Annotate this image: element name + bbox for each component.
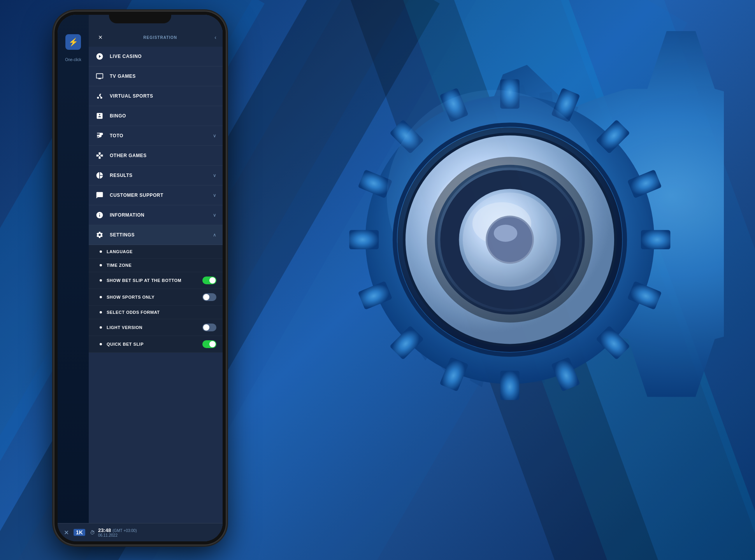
show-bet-slip-label: SHOW BET SLIP AT THE BOTTOM bbox=[107, 278, 198, 283]
tv-games-icon bbox=[95, 72, 104, 81]
results-label: RESULTS bbox=[110, 173, 207, 178]
live-casino-label: LIVE CASINO bbox=[110, 54, 216, 59]
show-bet-slip-toggle[interactable] bbox=[202, 276, 216, 284]
menu-item-settings[interactable]: SETTINGS ∧ bbox=[89, 225, 223, 245]
light-version-label: LIGHT VERSION bbox=[107, 325, 198, 330]
sub-dot-light bbox=[100, 326, 102, 329]
sub-dot-bet-slip bbox=[100, 279, 102, 282]
bottom-logo: 1K bbox=[74, 529, 85, 536]
light-version-toggle[interactable] bbox=[202, 324, 216, 331]
other-games-label: OTHER GAMES bbox=[110, 153, 216, 158]
one-click-label: One-click bbox=[65, 58, 81, 62]
settings-icon bbox=[95, 230, 104, 240]
odds-format-label: SELECT ODDS FORMAT bbox=[107, 310, 216, 315]
customer-support-label: CUSTOMER SUPPORT bbox=[110, 192, 207, 198]
bottom-date: 06.11.2022 bbox=[98, 533, 137, 537]
gear-graphic bbox=[296, 31, 724, 459]
sub-item-quick-bet-slip[interactable]: QUICK BET SLIP bbox=[89, 336, 223, 353]
settings-label: SETTINGS bbox=[110, 232, 207, 238]
show-sports-only-toggle[interactable] bbox=[202, 293, 216, 301]
menu-item-other-games[interactable]: OTHER GAMES bbox=[89, 146, 223, 166]
information-chevron-icon: ∨ bbox=[213, 212, 216, 218]
menu-item-results[interactable]: RESULTS ∨ bbox=[89, 166, 223, 186]
bingo-icon bbox=[95, 111, 104, 121]
virtual-sports-icon bbox=[95, 91, 104, 101]
bottom-timezone: (GMT +03:00) bbox=[112, 528, 137, 533]
bottom-time-container: ⏱ 23:48 (GMT +03:00) 06.11.2022 bbox=[90, 527, 137, 537]
other-games-icon bbox=[95, 151, 104, 160]
side-menu-backdrop: ⚡ One-click bbox=[58, 15, 89, 541]
sub-item-show-sports-only[interactable]: SHOW SPORTS ONLY bbox=[89, 289, 223, 306]
bottom-time: 23:48 bbox=[98, 527, 111, 533]
toggle-knob bbox=[209, 277, 216, 284]
toggle-knob-light bbox=[203, 324, 209, 331]
toggle-knob-quick bbox=[209, 341, 216, 347]
menu-item-live-casino[interactable]: LIVE CASINO bbox=[89, 47, 223, 66]
sub-item-timezone[interactable]: TIME ZONE bbox=[89, 259, 223, 272]
sub-dot-language bbox=[100, 250, 102, 253]
sub-item-light-version[interactable]: LIGHT VERSION bbox=[89, 319, 223, 336]
phone-bottom-bar: ✕ 1K ⏱ 23:48 (GMT +03:00) 06.11.2022 bbox=[58, 523, 223, 541]
results-chevron-icon: ∨ bbox=[213, 173, 216, 178]
back-chevron-icon[interactable]: ‹ bbox=[214, 34, 216, 40]
screen-background: ⚡ One-click × REGISTRATION ‹ bbox=[58, 15, 223, 541]
toggle-knob-sports bbox=[203, 294, 209, 300]
toto-chevron-icon: ∨ bbox=[213, 133, 216, 138]
side-menu: ⚡ One-click × REGISTRATION ‹ bbox=[58, 15, 223, 541]
menu-item-customer-support[interactable]: CUSTOMER SUPPORT ∨ bbox=[89, 186, 223, 205]
sub-dot-sports-only bbox=[100, 296, 102, 298]
results-icon bbox=[95, 171, 104, 180]
svg-point-19 bbox=[97, 97, 99, 99]
sub-item-language[interactable]: LANGUAGE bbox=[89, 245, 223, 259]
show-sports-only-label: SHOW SPORTS ONLY bbox=[107, 295, 198, 299]
sub-item-show-bet-slip[interactable]: SHOW BET SLIP AT THE BOTTOM bbox=[89, 272, 223, 289]
menu-item-bingo[interactable]: BINGO bbox=[89, 106, 223, 126]
live-casino-icon bbox=[95, 52, 104, 61]
customer-support-icon bbox=[95, 191, 104, 200]
menu-close-button[interactable]: × bbox=[95, 32, 106, 43]
bingo-label: BINGO bbox=[110, 113, 216, 119]
sub-dot-odds bbox=[100, 311, 102, 313]
phone-screen: ⚡ One-click × REGISTRATION ‹ bbox=[58, 15, 223, 541]
customer-support-chevron-icon: ∨ bbox=[213, 192, 216, 198]
language-label: LANGUAGE bbox=[107, 249, 216, 254]
menu-item-tv-games[interactable]: TV GAMES bbox=[89, 66, 223, 86]
sub-dot-timezone bbox=[100, 264, 102, 266]
information-label: INFORMATION bbox=[110, 212, 207, 218]
virtual-sports-label: VIRTUAL SPORTS bbox=[110, 93, 216, 99]
svg-point-18 bbox=[494, 225, 518, 242]
clock-icon: ⏱ bbox=[90, 530, 95, 536]
registration-label: REGISTRATION bbox=[143, 35, 177, 40]
toto-label: TOTO bbox=[110, 133, 207, 138]
information-icon bbox=[95, 210, 104, 220]
sub-item-odds-format[interactable]: SELECT ODDS FORMAT bbox=[89, 306, 223, 319]
tv-games-label: TV GAMES bbox=[110, 74, 216, 79]
timezone-label: TIME ZONE bbox=[107, 263, 216, 268]
svg-point-20 bbox=[100, 97, 102, 99]
quick-bet-slip-toggle[interactable] bbox=[202, 340, 216, 348]
menu-item-toto[interactable]: TOTO ∨ bbox=[89, 126, 223, 146]
bottom-close-icon[interactable]: ✕ bbox=[64, 529, 69, 536]
quick-bet-slip-label: QUICK BET SLIP bbox=[107, 342, 198, 346]
settings-chevron-icon: ∧ bbox=[213, 232, 216, 238]
side-menu-panel: × REGISTRATION ‹ LIVE CASINO bbox=[89, 15, 223, 541]
menu-item-virtual-sports[interactable]: VIRTUAL SPORTS bbox=[89, 86, 223, 106]
phone-frame: ⚡ One-click × REGISTRATION ‹ bbox=[54, 12, 226, 544]
sub-dot-quick-bet bbox=[100, 343, 102, 345]
menu-item-information[interactable]: INFORMATION ∨ bbox=[89, 205, 223, 225]
toto-icon bbox=[95, 131, 104, 140]
phone-notch bbox=[109, 12, 171, 23]
bolt-icon: ⚡ bbox=[65, 34, 81, 50]
